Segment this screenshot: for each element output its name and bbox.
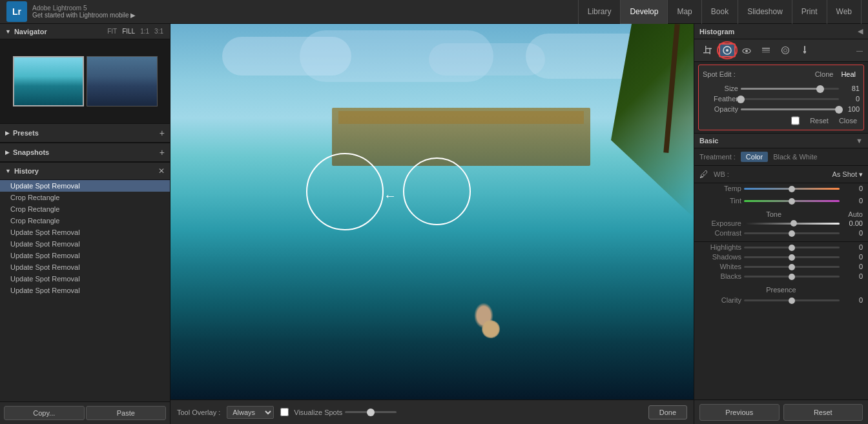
nav-fit[interactable]: FIT <box>106 27 118 35</box>
clarity-slider[interactable] <box>744 299 840 301</box>
spot-heal-button[interactable]: Heal <box>837 69 860 79</box>
nav-book[interactable]: Book <box>702 0 738 24</box>
history-item[interactable]: Update Spot Removal <box>0 238 170 250</box>
nav-print[interactable]: Print <box>792 0 827 24</box>
settings-menu[interactable]: — <box>856 47 863 54</box>
size-slider-fill <box>741 88 820 90</box>
feather-slider-track[interactable] <box>741 98 839 100</box>
opacity-slider-track[interactable] <box>741 108 839 110</box>
treatment-color-button[interactable]: Color <box>741 152 768 162</box>
basic-collapse-icon[interactable]: ▼ <box>856 137 863 145</box>
history-item[interactable]: Update Spot Removal <box>0 273 170 285</box>
nav-develop[interactable]: Develop <box>621 0 668 24</box>
history-title: History <box>14 167 39 175</box>
temp-slider[interactable] <box>744 188 840 190</box>
snapshots-add-button[interactable]: + <box>160 147 165 157</box>
history-item[interactable]: Update Spot Removal <box>0 227 170 238</box>
history-item[interactable]: Update Spot Removal <box>0 180 170 192</box>
tint-slider[interactable] <box>744 200 840 202</box>
spot-clone-button[interactable]: Clone <box>811 69 838 79</box>
app-title: Adobe Lightroom 5 <box>32 5 136 12</box>
history-collapse-icon: ▼ <box>5 168 11 174</box>
visualize-spots-slider[interactable] <box>345 411 397 413</box>
size-slider-thumb <box>816 85 824 93</box>
reset-button[interactable]: Reset <box>783 404 863 421</box>
nav-slideshow[interactable]: Slideshow <box>738 0 792 24</box>
contrast-slider[interactable] <box>744 232 840 234</box>
red-eye-tool-icon[interactable] <box>738 43 755 57</box>
spot-close-button[interactable]: Close <box>836 116 860 126</box>
visualize-spots-checkbox[interactable] <box>280 408 289 416</box>
spot-heal-tool-icon[interactable] <box>719 43 736 57</box>
radial-filter-icon[interactable] <box>777 43 794 57</box>
spot-circle-target[interactable] <box>403 157 471 225</box>
nav-library[interactable]: Library <box>578 0 621 24</box>
overlay-select[interactable]: Always Never Selected <box>227 406 274 419</box>
thumbnail-strip <box>9 52 161 110</box>
thumbnail-2[interactable] <box>87 56 158 106</box>
history-item[interactable]: Crop Rectangle <box>0 215 170 227</box>
history-item[interactable]: Crop Rectangle <box>0 192 170 203</box>
adjustment-brush-icon[interactable] <box>796 43 813 57</box>
histogram-collapse-icon[interactable]: ◀ <box>858 27 863 35</box>
overlay-label: Tool Overlay : <box>177 409 220 416</box>
spot-mask-checkbox[interactable] <box>791 116 800 126</box>
blacks-slider[interactable] <box>744 276 840 278</box>
app-subtitle: Get started with Lightroom mobile ▶ <box>32 12 136 19</box>
nav-3-1[interactable]: 3:1 <box>153 27 165 35</box>
snapshots-header[interactable]: ▶ Snapshots + <box>0 143 170 162</box>
history-header[interactable]: ▼ History ✕ <box>0 162 170 180</box>
navigator-header[interactable]: ▼ Navigator FIT FILL 1:1 3:1 <box>0 24 170 39</box>
opacity-value: 100 <box>842 105 860 113</box>
person-head <box>482 320 500 338</box>
shadows-slider[interactable] <box>744 256 840 258</box>
opacity-row: Opacity 100 <box>703 105 860 113</box>
tint-label: Tint <box>699 197 741 205</box>
copy-button[interactable]: Copy... <box>4 406 85 420</box>
shadows-row: Shadows 0 <box>699 253 863 261</box>
nav-fit-options: FIT FILL 1:1 3:1 <box>106 27 165 35</box>
spot-circle-source[interactable] <box>306 153 384 230</box>
history-item[interactable]: Update Spot Removal <box>0 250 170 261</box>
basic-header[interactable]: Basic ▼ <box>694 133 868 148</box>
auto-button[interactable]: Auto <box>848 210 863 218</box>
presets-add-button[interactable]: + <box>160 128 165 138</box>
feather-value: 0 <box>842 95 860 103</box>
wb-value[interactable]: As Shot ▾ <box>832 170 863 179</box>
temp-slider-thumb <box>789 186 795 192</box>
image-container[interactable]: ← <box>170 24 694 399</box>
history-item[interactable]: Update Spot Removal <box>0 285 170 296</box>
history-list: Update Spot Removal Crop Rectangle Crop … <box>0 180 170 401</box>
treatment-bw-button[interactable]: Black & White <box>768 152 822 162</box>
highlights-slider[interactable] <box>744 247 840 248</box>
svg-point-11 <box>782 47 789 54</box>
crop-tool-icon[interactable] <box>699 43 716 57</box>
done-button[interactable]: Done <box>648 405 687 419</box>
temp-row: Temp 0 <box>694 183 868 194</box>
highlights-label: Highlights <box>699 243 741 251</box>
whites-slider[interactable] <box>744 266 840 268</box>
exposure-slider[interactable] <box>744 223 840 225</box>
graduated-filter-icon[interactable] <box>758 43 774 57</box>
previous-button[interactable]: Previous <box>699 404 780 421</box>
history-item[interactable]: Crop Rectangle <box>0 203 170 215</box>
whites-value: 0 <box>842 263 863 270</box>
spot-reset-button[interactable]: Reset <box>807 116 831 126</box>
clarity-label: Clarity <box>699 296 741 304</box>
nav-web[interactable]: Web <box>827 0 862 24</box>
opacity-slider-fill <box>741 108 839 110</box>
paste-button[interactable]: Paste <box>86 406 167 420</box>
spot-edit-panel: Spot Edit : Clone Heal Size 81 Feather <box>698 65 864 130</box>
spot-tool-container <box>719 43 736 57</box>
size-slider-track[interactable] <box>741 88 839 90</box>
eyedropper-icon[interactable]: 🖊 <box>699 169 708 179</box>
nav-fill[interactable]: FILL <box>121 27 136 35</box>
thumbnail-1[interactable] <box>13 56 84 106</box>
history-close-button[interactable]: ✕ <box>158 167 165 176</box>
presets-header[interactable]: ▶ Presets + <box>0 123 170 143</box>
tint-slider-thumb <box>789 198 795 205</box>
history-item[interactable]: Update Spot Removal <box>0 261 170 273</box>
nav-1-1[interactable]: 1:1 <box>139 27 150 35</box>
nav-map[interactable]: Map <box>668 0 701 24</box>
size-value: 81 <box>842 85 860 92</box>
